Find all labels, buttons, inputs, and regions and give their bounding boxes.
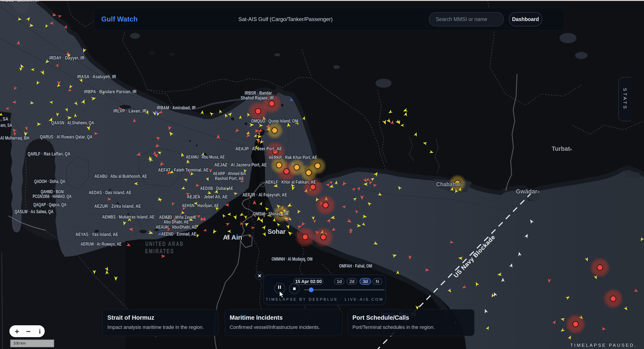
svg-text:Shahid Rajaee, IR: Shahid Rajaee, IR (240, 95, 274, 101)
svg-text:IRDAY · Dayyer, IR: IRDAY · Dayyer, IR (50, 55, 84, 61)
svg-text:UNITED ARAB: UNITED ARAB (145, 240, 184, 247)
svg-text:AERKP · Rak Khor Port, AE: AERKP · Rak Khor Port, AE (269, 155, 317, 160)
svg-text:IRBAM · Amirabad, IR: IRBAM · Amirabad, IR (157, 105, 196, 111)
svg-text:AEAJP · Al Jeer Port, AE: AEAJP · Al Jeer Port, AE (236, 146, 282, 151)
svg-text:AEDXB · Dubai, AE: AEDXB · Dubai, AE (200, 185, 233, 191)
svg-text:PCGN1956 · HAMAD, QA: PCGN1956 · HAMAD, QA (33, 194, 72, 199)
svg-text:OMQUO · Quoin Island, OM: OMQUO · Quoin Island, OM (251, 118, 298, 124)
svg-text:QADOH · Doha, QA: QADOH · Doha, QA (34, 179, 65, 184)
svg-text:AEAMU · Abu Musa, AE: AEAMU · Abu Musa, AE (186, 154, 225, 160)
svg-text:AEAUH · Abu Dhabi, AE: AEAUH · Abu Dhabi, AE (156, 224, 197, 230)
svg-text:Al Muharraq, BH: Al Muharraq, BH (0, 135, 29, 141)
svg-text:, SA: , SA (0, 116, 8, 122)
svg-text:AEJAZ · Al Jazeera Port, AE: AEJAZ · Al Jazeera Port, AE (214, 162, 267, 168)
svg-text:Abu Dhabi, AE: Abu Dhabi, AE (164, 219, 189, 225)
svg-text:QAASN · Al Shaheen, QA: QAASN · Al Shaheen, QA (52, 120, 94, 126)
svg-text:OMMNH · Al Mudayq, OM: OMMNH · Al Mudayq, OM (272, 256, 312, 262)
svg-text:Chabahar: Chabahar (436, 181, 461, 188)
svg-text:Gwādar: Gwādar (516, 188, 537, 195)
svg-text:Turbat: Turbat (552, 145, 570, 152)
svg-text:AEKLF · Khor al Fakkan, AE: AEKLF · Khor al Fakkan, AE (266, 179, 316, 185)
svg-text:AEZUR · Zirku Island, AE: AEZUR · Zirku Island, AE (94, 203, 141, 209)
svg-text:AEDAS · Das Island, AE: AEDAS · Das Island, AE (89, 190, 132, 195)
svg-text:EMIRATES: EMIRATES (145, 248, 174, 255)
svg-text:AEEND · Esnnad, AE: AEEND · Esnnad, AE (161, 231, 196, 237)
svg-text:QARLF · Ras Laffan, QA: QARLF · Ras Laffan, QA (28, 151, 70, 157)
svg-text:AEABU · Abu al Bukhoosh, AE: AEABU · Abu al Bukhoosh, AE (94, 173, 147, 179)
svg-text:QASLW · As Salwa, QA: QASLW · As Salwa, QA (14, 209, 54, 214)
svg-text:AEYAS · Yas Island, AE: AEYAS · Yas Island, AE (76, 232, 118, 237)
svg-text:Al Ain: Al Ain (223, 234, 242, 241)
svg-text:AEJEA · Jebel Ali, AE: AEJEA · Jebel Ali, AE (187, 194, 228, 200)
svg-text:AERUW · Ar Ruways, AE: AERUW · Ar Ruways, AE (81, 241, 122, 247)
svg-text:QAQAP · Qapco, QA: QAQAP · Qapco, QA (33, 202, 66, 207)
svg-text:AEFAT · Fateh Terminal, AE: AEFAT · Fateh Terminal, AE (158, 167, 209, 173)
svg-text:OMFAH · Fahal, OM: OMFAH · Fahal, OM (339, 263, 372, 269)
svg-text:IRLVP · Lavan, IR: IRLVP · Lavan, IR (113, 108, 146, 114)
svg-text:IRBPA · Bandare Parsian, IR: IRBPA · Bandare Parsian, IR (84, 89, 137, 94)
svg-text:Sohar: Sohar (268, 228, 286, 235)
svg-text:QARUS · Al Ruwais Qatar, QA: QARUS · Al Ruwais Qatar, QA (40, 134, 92, 140)
svg-text:am, SA: am, SA (0, 122, 12, 128)
svg-text:Rashid Port, AE: Rashid Port, AE (215, 176, 244, 181)
svg-text:AEMBS · Mubarras Island, AE: AEMBS · Mubarras Island, AE (102, 214, 155, 220)
svg-text:AEFJR · Al Fujayrah, AE: AEFJR · Al Fujayrah, AE (242, 192, 287, 198)
svg-text:AEHSN · Hassyan, AE: AEHSN · Hassyan, AE (182, 203, 219, 208)
svg-text:OMSHI · Shinas, OM: OMSHI · Shinas, OM (253, 211, 288, 217)
svg-text:IRASA · Asaluyeh, IR: IRASA · Asaluyeh, IR (77, 74, 116, 79)
